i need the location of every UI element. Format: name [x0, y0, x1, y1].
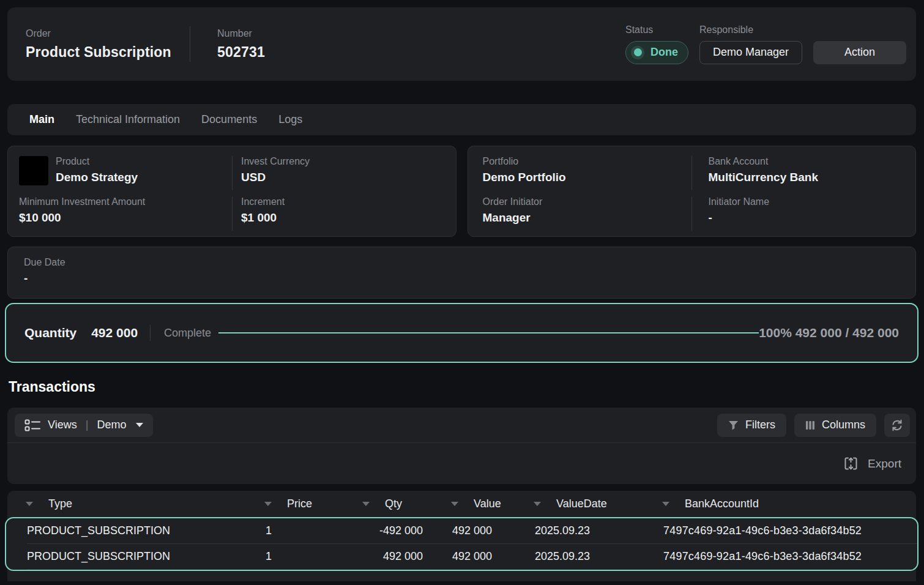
product-label: Product: [56, 156, 138, 167]
detail-cards: Product Demo Strategy Invest Currency US…: [7, 146, 916, 237]
filters-button[interactable]: Filters: [717, 414, 786, 437]
views-button[interactable]: Views | Demo: [15, 414, 153, 437]
cell-valuedate: 2025.09.23: [535, 550, 663, 563]
column-menu-icon[interactable]: [362, 502, 370, 506]
header-actions: Status Done Responsible Demo Manager Act…: [625, 24, 906, 64]
number-label: Number: [217, 28, 265, 39]
cell-bankaccountid: 7497c469-92a1-49c6-b3e3-3da6f34b52: [663, 550, 917, 563]
column-header-valuedate: ValueDate: [534, 497, 662, 510]
bank-account-field: Bank Account MultiCurrency Bank: [691, 156, 916, 190]
column-header-qty: Qty: [362, 497, 451, 510]
column-label: Qty: [385, 497, 402, 510]
chevron-down-icon: [136, 423, 143, 427]
order-field: Order Product Subscription: [26, 28, 190, 61]
column-label: Price: [287, 497, 312, 510]
export-icon[interactable]: [843, 455, 859, 472]
invest-currency-field: Invest Currency USD: [232, 156, 456, 190]
refresh-button[interactable]: [884, 414, 910, 437]
columns-button[interactable]: Columns: [794, 414, 876, 437]
product-card: Product Demo Strategy Invest Currency US…: [7, 146, 456, 237]
cell-qty: -492 000: [363, 524, 452, 537]
tab-logs[interactable]: Logs: [278, 113, 302, 126]
initiator-name-label: Initiator Name: [709, 196, 770, 207]
cell-bankaccountid: 7497c469-92a1-49c6-b3e3-3da6f34b52: [663, 524, 917, 537]
order-value: Product Subscription: [26, 44, 190, 61]
filters-button-label: Filters: [745, 419, 775, 431]
responsible-label: Responsible: [699, 24, 802, 35]
initiator-name-value: -: [709, 211, 770, 225]
column-label: BankAccountId: [685, 497, 759, 510]
column-header-price: Price: [264, 497, 362, 510]
portfolio-label: Portfolio: [483, 156, 566, 167]
header-divider: [190, 26, 190, 62]
status-dot-icon: [631, 46, 644, 59]
status-label: Status: [625, 24, 688, 35]
progress-text: 100% 492 000 / 492 000: [759, 326, 899, 340]
views-button-label: Views: [48, 419, 77, 431]
columns-icon: [805, 420, 815, 430]
highlighted-rows-group: PRODUCT_SUBSCRIPTION 1 -492 000 492 000 …: [5, 517, 918, 571]
quantity-label: Quantity: [24, 326, 76, 340]
refresh-icon: [890, 419, 904, 432]
status-group: Status Done: [625, 24, 688, 64]
tab-main[interactable]: Main: [29, 113, 54, 126]
transactions-heading: Transactions: [9, 379, 924, 395]
product-field: Product Demo Strategy: [8, 156, 232, 190]
tab-documents[interactable]: Documents: [201, 113, 257, 126]
progress-line: [218, 332, 759, 333]
column-menu-icon[interactable]: [26, 502, 33, 506]
cell-value: 492 000: [452, 524, 535, 537]
increment-label: Increment: [241, 196, 285, 207]
table-row[interactable]: PRODUCT_SUBSCRIPTION 1 492 000 492 000 2…: [6, 544, 917, 569]
bank-account-value: MultiCurrency Bank: [709, 171, 818, 184]
filter-funnel-icon: [728, 420, 739, 430]
cell-type: PRODUCT_SUBSCRIPTION: [27, 524, 266, 537]
portfolio-value: Demo Portfolio: [483, 171, 566, 184]
order-initiator-label: Order Initiator: [483, 196, 543, 207]
product-value: Demo Strategy: [56, 171, 138, 184]
column-menu-icon[interactable]: [662, 502, 669, 506]
quantity-status: Complete: [164, 327, 211, 340]
cell-qty: 492 000: [363, 550, 452, 563]
order-initiator-field: Order Initiator Manager: [468, 196, 691, 231]
transactions-toolbar: Views | Demo Filters: [7, 408, 916, 442]
increment-field: Increment $1 000: [232, 196, 456, 231]
status-badge[interactable]: Done: [625, 41, 688, 64]
portfolio-card: Portfolio Demo Portfolio Bank Account Mu…: [468, 146, 917, 237]
column-menu-icon[interactable]: [451, 502, 458, 506]
columns-button-label: Columns: [822, 419, 865, 431]
cell-price: 1: [266, 524, 363, 537]
due-date-value: -: [24, 272, 915, 285]
responsible-group: Responsible Demo Manager: [699, 24, 802, 64]
min-investment-label: Minimum Investment Amount: [19, 196, 145, 207]
initiator-name-field: Initiator Name -: [691, 196, 916, 231]
cell-price: 1: [266, 550, 363, 563]
toolbar-right-group: Filters Columns: [717, 414, 910, 437]
export-row: Export: [7, 443, 916, 484]
increment-value: $1 000: [241, 211, 285, 225]
column-menu-icon[interactable]: [534, 502, 541, 506]
current-view-name: Demo: [97, 419, 126, 431]
export-button[interactable]: Export: [868, 457, 901, 471]
table-row[interactable]: PRODUCT_SUBSCRIPTION 1 -492 000 492 000 …: [6, 518, 917, 543]
quantity-divider: [150, 325, 151, 341]
quantity-value: 492 000: [91, 326, 138, 340]
tab-technical-information[interactable]: Technical Information: [76, 113, 180, 126]
table-header-row: Type Price Qty Value ValueDate BankAccou…: [7, 491, 916, 517]
column-label: ValueDate: [556, 497, 607, 510]
cell-valuedate: 2025.09.23: [535, 524, 663, 537]
bank-account-label: Bank Account: [709, 156, 818, 167]
action-button[interactable]: Action: [813, 41, 906, 64]
invest-currency-value: USD: [241, 171, 310, 184]
order-initiator-value: Manager: [483, 211, 543, 225]
product-thumbnail: [19, 156, 48, 185]
number-value: 502731: [217, 44, 265, 61]
portfolio-field: Portfolio Demo Portfolio: [468, 156, 691, 190]
column-menu-icon[interactable]: [264, 502, 272, 506]
transactions-toolbar-card: Views | Demo Filters: [7, 408, 916, 484]
due-date-label: Due Date: [24, 257, 915, 268]
min-investment-field: Minimum Investment Amount $10 000: [8, 196, 232, 231]
column-label: Type: [48, 497, 72, 510]
responsible-button[interactable]: Demo Manager: [699, 41, 802, 64]
status-text: Done: [650, 46, 678, 59]
